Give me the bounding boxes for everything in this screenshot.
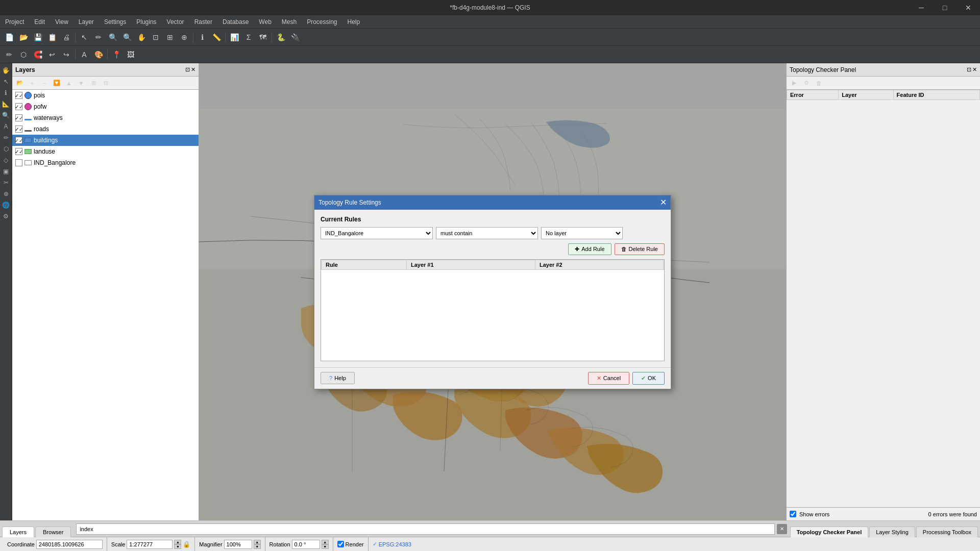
- menu-view[interactable]: View: [50, 16, 74, 28]
- redo-btn[interactable]: ↪: [60, 48, 73, 61]
- rule-select[interactable]: must contain must be covered by must not…: [436, 227, 538, 239]
- topology-panel-float-btn[interactable]: ⊡: [967, 66, 971, 73]
- topology-panel-close-btn[interactable]: ✕: [972, 66, 977, 73]
- info-icon[interactable]: ℹ: [1, 88, 11, 98]
- label-icon[interactable]: A: [1, 121, 11, 132]
- maximize-button[interactable]: □: [933, 0, 957, 15]
- scale-up-btn[interactable]: ▲: [174, 540, 181, 544]
- search-input[interactable]: [76, 523, 774, 535]
- layer-check-buildings[interactable]: ✓: [15, 137, 22, 144]
- field-calc-btn[interactable]: Σ: [242, 31, 255, 44]
- layer-check-landuse[interactable]: ✓: [15, 148, 22, 155]
- collapse-all-btn[interactable]: ⊟: [101, 78, 111, 88]
- menu-mesh[interactable]: Mesh: [277, 16, 302, 28]
- attribute-table-btn[interactable]: 📊: [228, 31, 241, 44]
- search-clear-btn[interactable]: ✕: [777, 524, 787, 534]
- clear-errors-btn[interactable]: 🗑: [814, 78, 824, 88]
- layers-panel-float-btn[interactable]: ⊡: [185, 66, 190, 73]
- layer-check-roads[interactable]: ✓: [15, 126, 22, 133]
- layer-item-waterways[interactable]: ✓ waterways: [12, 112, 199, 123]
- rotation-down-btn[interactable]: ▼: [322, 544, 329, 549]
- minimize-button[interactable]: ─: [910, 0, 933, 15]
- layer-check-pofw[interactable]: ✓: [15, 103, 22, 110]
- pan-btn[interactable]: ✋: [135, 31, 148, 44]
- menu-project[interactable]: Project: [0, 16, 29, 28]
- layer-item-landuse[interactable]: ✓ landuse: [12, 146, 199, 157]
- layer1-select[interactable]: IND_Bangalore buildings landuse roads wa…: [321, 227, 433, 239]
- move-up-btn[interactable]: ▲: [64, 78, 74, 88]
- menu-processing[interactable]: Processing: [302, 16, 342, 28]
- menu-database[interactable]: Database: [217, 16, 254, 28]
- python-btn[interactable]: 🐍: [274, 31, 287, 44]
- zoom-selection-btn[interactable]: ⊕: [178, 31, 191, 44]
- layer-check-waterways[interactable]: ✓: [15, 114, 22, 121]
- filter-layer-btn[interactable]: 🔽: [52, 78, 62, 88]
- tab-topology-checker[interactable]: Topology Checker Panel: [790, 527, 869, 537]
- menu-plugins[interactable]: Plugins: [131, 16, 161, 28]
- layers-panel-close-btn[interactable]: ✕: [191, 66, 195, 73]
- layer-item-buildings[interactable]: ✓ buildings: [12, 135, 199, 146]
- save-as-btn[interactable]: 📋: [45, 31, 59, 44]
- cancel-btn[interactable]: ✕ Cancel: [588, 372, 629, 385]
- measure-icon[interactable]: 📐: [1, 99, 11, 109]
- identify-btn[interactable]: ℹ: [195, 31, 209, 44]
- measure-btn[interactable]: 📏: [210, 31, 223, 44]
- tab-layer-styling[interactable]: Layer Styling: [869, 527, 915, 537]
- vertex-icon[interactable]: ◇: [1, 155, 11, 165]
- move-down-btn[interactable]: ▼: [76, 78, 86, 88]
- magnifier-down-btn[interactable]: ▼: [254, 544, 261, 549]
- digitize-btn[interactable]: ✏: [92, 31, 105, 44]
- coordinate-input[interactable]: [36, 540, 103, 549]
- edit-icon[interactable]: ✏: [1, 133, 11, 143]
- merge-icon[interactable]: ⊕: [1, 189, 11, 199]
- zoom-layer-btn[interactable]: ⊞: [163, 31, 177, 44]
- zoom-in-btn[interactable]: 🔍: [106, 31, 119, 44]
- plugin-btn[interactable]: 🔌: [288, 31, 302, 44]
- remove-layer-btn[interactable]: −: [39, 78, 50, 88]
- zoom-out-btn[interactable]: 🔍: [120, 31, 134, 44]
- magnifier-input[interactable]: [224, 540, 252, 549]
- split-icon[interactable]: ✂: [1, 178, 11, 188]
- layer-item-roads[interactable]: ✓ roads: [12, 123, 199, 135]
- magnifier-up-btn[interactable]: ▲: [254, 540, 261, 544]
- menu-settings[interactable]: Settings: [99, 16, 131, 28]
- select-btn[interactable]: ↖: [78, 31, 91, 44]
- select-icon[interactable]: ↖: [1, 77, 11, 87]
- validate-btn[interactable]: ▶: [789, 78, 799, 88]
- rotation-input[interactable]: [292, 540, 320, 549]
- layer-item-pois[interactable]: ✓ pois: [12, 90, 199, 101]
- menu-vector[interactable]: Vector: [162, 16, 189, 28]
- export-btn[interactable]: 🖨: [60, 31, 73, 44]
- globe-icon[interactable]: 🌐: [1, 200, 11, 210]
- layer2-select[interactable]: No layer buildings landuse roads: [541, 227, 623, 239]
- pan-icon[interactable]: 🖐: [1, 65, 11, 76]
- show-errors-checkbox[interactable]: [790, 511, 796, 517]
- label-btn[interactable]: A: [78, 48, 91, 61]
- menu-web[interactable]: Web: [254, 16, 276, 28]
- scale-input[interactable]: [127, 540, 173, 549]
- scale-down-btn[interactable]: ▼: [174, 544, 181, 549]
- menu-raster[interactable]: Raster: [189, 16, 217, 28]
- topology-icon[interactable]: ⬡: [1, 144, 11, 154]
- settings-btn[interactable]: ⚙: [801, 78, 812, 88]
- menu-help[interactable]: Help: [342, 16, 365, 28]
- open-btn[interactable]: 📂: [17, 31, 30, 44]
- open-layer-btn[interactable]: 📂: [15, 78, 25, 88]
- snap-btn[interactable]: 🧲: [31, 48, 44, 61]
- add-layer-btn[interactable]: +: [27, 78, 37, 88]
- menu-layer[interactable]: Layer: [74, 16, 99, 28]
- undo-btn[interactable]: ↩: [45, 48, 59, 61]
- spatial-query-btn[interactable]: 🗺: [256, 31, 270, 44]
- map-area[interactable]: Topology Rule Settings ✕ Current Rules I…: [199, 63, 786, 520]
- add-rule-btn[interactable]: ✚ Add Rule: [568, 243, 611, 255]
- style-btn[interactable]: 🎨: [92, 48, 105, 61]
- tab-browser[interactable]: Browser: [35, 527, 71, 537]
- menu-edit[interactable]: Edit: [29, 16, 50, 28]
- print-btn[interactable]: 🖼: [124, 48, 137, 61]
- georef-btn[interactable]: 📍: [110, 48, 123, 61]
- ok-btn[interactable]: ✔ OK: [632, 372, 665, 385]
- help-btn[interactable]: ? Help: [321, 372, 355, 384]
- expand-all-btn[interactable]: ⊞: [88, 78, 99, 88]
- tab-layers[interactable]: Layers: [2, 527, 34, 537]
- tab-processing-toolbox[interactable]: Processing Toolbox: [916, 527, 978, 537]
